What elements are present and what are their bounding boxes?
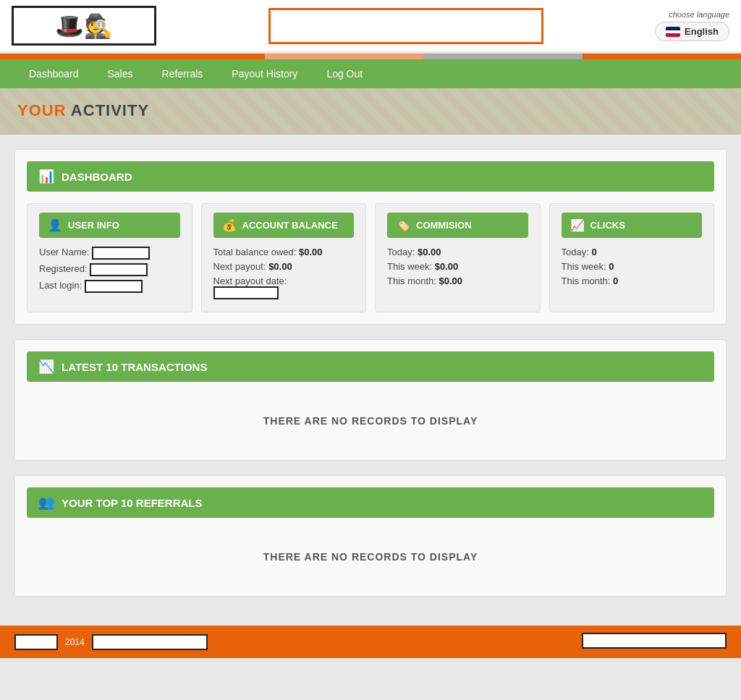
- your-text: YOUR: [17, 101, 67, 119]
- commission-today-row: Today: $0.00: [387, 247, 528, 257]
- footer: 2014: [0, 626, 741, 658]
- info-grid: 👤 USER INFO User Name: Registered: Last …: [27, 203, 714, 312]
- commission-month-label: This month:: [387, 276, 436, 286]
- header-center: [156, 8, 655, 44]
- balance-icon: 💰: [222, 218, 237, 232]
- next-payout-date-label: Next payout date:: [213, 276, 287, 286]
- total-owed-row: Total balance owed: $0.00: [213, 247, 355, 257]
- clicks-tile: 📈 CLICKS Today: 0 This week: 0 This mont…: [549, 203, 715, 312]
- user-info-tile: 👤 USER INFO User Name: Registered: Last …: [27, 203, 192, 312]
- user-info-title: USER INFO: [68, 220, 119, 231]
- commission-today-label: Today:: [387, 247, 415, 257]
- activity-title: YOUR ACTIVITY: [17, 101, 724, 120]
- clicks-week-value: 0: [609, 261, 614, 272]
- commission-month-value: $0.00: [439, 276, 463, 286]
- total-owed-label: Total balance owed:: [213, 247, 297, 257]
- accent-seg-1: [0, 54, 265, 59]
- nav-payout-history[interactable]: Payout History: [217, 59, 312, 88]
- transactions-icon: 📉: [38, 359, 54, 375]
- referrals-card: 👥 YOUR TOP 10 REFERRALS THERE ARE NO REC…: [14, 475, 727, 597]
- transactions-header: 📉 LATEST 10 TRANSACTIONS: [27, 351, 714, 382]
- username-row: User Name:: [39, 247, 180, 260]
- commission-title: COMMISION: [416, 220, 472, 231]
- nav-logout[interactable]: Log Out: [312, 59, 377, 88]
- clicks-month-value: 0: [613, 276, 618, 286]
- footer-box-right: [582, 633, 727, 649]
- footer-year: 2014: [65, 637, 85, 647]
- activity-text: ACTIVITY: [67, 101, 150, 119]
- clicks-week-row: This week: 0: [562, 261, 703, 272]
- transactions-no-records: THERE ARE NO RECORDS TO DISPLAY: [27, 393, 714, 448]
- commission-today-value: $0.00: [418, 247, 441, 257]
- commission-week-label: This week:: [387, 261, 432, 272]
- flag-icon: [666, 27, 680, 37]
- next-payout-value: $0.00: [268, 261, 292, 272]
- dashboard-header: 📊 DASHBOARD: [27, 161, 714, 192]
- username-label: User Name:: [39, 247, 89, 257]
- account-balance-tile: 💰 ACCOUNT BALANCE Total balance owed: $0…: [201, 203, 367, 312]
- account-balance-title: ACCOUNT BALANCE: [242, 220, 338, 231]
- commission-header: 🏷️ COMMISION: [387, 213, 528, 238]
- dashboard-card: 📊 DASHBOARD 👤 USER INFO User Name: Regis…: [14, 149, 727, 325]
- user-info-header: 👤 USER INFO: [39, 213, 180, 238]
- activity-banner: YOUR ACTIVITY: [0, 88, 741, 135]
- clicks-week-label: This week:: [562, 261, 606, 272]
- language-label: English: [685, 26, 719, 37]
- registered-value-box: [90, 263, 148, 276]
- main-nav: Dashboard Sales Referrals Payout History…: [0, 59, 741, 88]
- nav-sales[interactable]: Sales: [93, 59, 148, 88]
- footer-left: 2014: [14, 634, 208, 650]
- clicks-icon: 📈: [570, 218, 585, 232]
- user-icon: 👤: [48, 218, 62, 232]
- transactions-title: LATEST 10 TRANSACTIONS: [62, 361, 207, 373]
- hat-icon: 🎩🕵️: [55, 12, 113, 40]
- next-payout-row: Next payout: $0.00: [213, 261, 355, 272]
- next-payout-label: Next payout:: [213, 261, 266, 272]
- transactions-card: 📉 LATEST 10 TRANSACTIONS THERE ARE NO RE…: [14, 339, 727, 461]
- language-button[interactable]: English: [655, 22, 729, 41]
- last-login-value-box: [85, 280, 143, 293]
- commission-month-row: This month: $0.00: [387, 276, 528, 286]
- clicks-month-label: This month:: [562, 276, 611, 286]
- clicks-today-value: 0: [591, 247, 596, 257]
- main-content: 📊 DASHBOARD 👤 USER INFO User Name: Regis…: [0, 135, 741, 626]
- referrals-header: 👥 YOUR TOP 10 REFERRALS: [27, 487, 714, 518]
- logo-box: 🎩🕵️: [12, 6, 156, 46]
- clicks-today-label: Today:: [562, 247, 589, 257]
- accent-seg-2: [265, 54, 423, 59]
- footer-box-left: [14, 634, 58, 650]
- logo-area: 🎩🕵️: [12, 6, 156, 46]
- referrals-title: YOUR TOP 10 REFERRALS: [62, 497, 203, 509]
- accent-bar: [0, 54, 741, 59]
- registered-label: Registered:: [39, 263, 87, 274]
- commission-tile: 🏷️ COMMISION Today: $0.00 This week: $0.…: [375, 203, 541, 312]
- last-login-label: Last login:: [39, 280, 82, 291]
- nav-referrals[interactable]: Referrals: [148, 59, 218, 88]
- header: 🎩🕵️ choose language English: [0, 0, 741, 54]
- referrals-icon: 👥: [38, 495, 54, 511]
- clicks-title: CLICKS: [590, 220, 625, 231]
- footer-box-center: [92, 634, 208, 650]
- accent-seg-4: [583, 54, 741, 59]
- last-login-row: Last login:: [39, 280, 180, 293]
- accent-seg-3: [423, 54, 582, 59]
- next-payout-date-box: [213, 286, 279, 299]
- total-owed-value: $0.00: [299, 247, 323, 257]
- account-balance-header: 💰 ACCOUNT BALANCE: [213, 213, 355, 238]
- commission-icon: 🏷️: [396, 218, 410, 232]
- referrals-no-records: THERE ARE NO RECORDS TO DISPLAY: [27, 529, 714, 584]
- dashboard-title: DASHBOARD: [62, 171, 132, 183]
- header-right: choose language English: [655, 10, 729, 41]
- clicks-month-row: This month: 0: [562, 276, 703, 286]
- clicks-today-row: Today: 0: [562, 247, 703, 257]
- clicks-header: 📈 CLICKS: [562, 213, 703, 238]
- commission-week-value: $0.00: [435, 261, 459, 272]
- dashboard-icon: 📊: [38, 168, 54, 184]
- footer-right: [582, 633, 727, 651]
- registered-row: Registered:: [39, 263, 180, 276]
- choose-language-label: choose language: [669, 10, 729, 19]
- commission-week-row: This week: $0.00: [387, 261, 528, 272]
- username-value-box: [92, 247, 150, 260]
- nav-dashboard[interactable]: Dashboard: [14, 59, 93, 88]
- next-payout-date-row: Next payout date:: [213, 276, 355, 299]
